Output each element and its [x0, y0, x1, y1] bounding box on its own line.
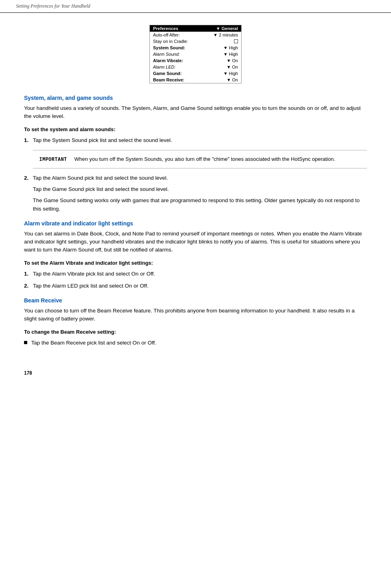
page-footer: 178 [0, 366, 391, 380]
step-1-1: 1. Tap the System Sound pick list and se… [24, 136, 367, 144]
step-1-2: 2. Tap the Alarm Sound pick list and sel… [24, 174, 367, 213]
section-body-3: You can choose to turn off the Beam Rece… [24, 307, 367, 323]
section-heading-3: Beam Receive [24, 297, 367, 304]
section-heading-2: Alarm vibrate and indicator light settin… [24, 220, 367, 227]
bullet-item-1: Tap the Beam Receive pick list and selec… [24, 339, 367, 347]
prefs-row-autooff: Auto-off After: ▼ 2 minutes [150, 32, 241, 38]
prefs-row-alarmsound: Alarm Sound: ▼ High [150, 51, 241, 57]
prefs-titlebar: Preferences ▼ General [150, 25, 241, 32]
prefs-row-systemsound: System Sound: ▼ High [150, 45, 241, 51]
prefs-screenshot: Preferences ▼ General Auto-off After: ▼ … [24, 25, 367, 83]
section-alarm-vibrate: Alarm vibrate and indicator light settin… [24, 220, 367, 290]
prefs-dialog: Preferences ▼ General Auto-off After: ▼ … [149, 25, 242, 83]
page-number: 178 [24, 370, 32, 376]
step-2-1: 1. Tap the Alarm Vibrate pick list and s… [24, 270, 367, 278]
section-body-1: Your handheld uses a variety of sounds. … [24, 104, 367, 121]
important-box: IMPORTANT When you turn off the System S… [33, 150, 367, 168]
bullet-square-icon [24, 341, 27, 344]
section-body-2: You can set alarms in Date Book, Clock, … [24, 230, 367, 254]
prefs-dropdown: ▼ General [216, 26, 238, 31]
page-header: Setting Preferences for Your Handheld [0, 0, 391, 13]
subsection-heading-2: To set the Alarm Vibrate and indicator l… [24, 260, 367, 266]
subsection-heading-3: To change the Beam Receive setting: [24, 329, 367, 335]
checkbox-stayoncradle [234, 39, 238, 43]
section-beam-receive: Beam Receive You can choose to turn off … [24, 297, 367, 347]
subsection-heading-1: To set the system and alarm sounds: [24, 126, 367, 132]
section-heading-1: System, alarm, and game sounds [24, 95, 367, 101]
section-system-sounds: System, alarm, and game sounds Your hand… [24, 95, 367, 213]
prefs-row-gamesound: Game Sound: ▼ High [150, 70, 241, 77]
step-2-2: 2. Tap the Alarm LED pick list and selec… [24, 282, 367, 290]
prefs-title: Preferences [153, 26, 178, 31]
prefs-row-alarmvibrate: Alarm Vibrate: ▼ On [150, 57, 241, 64]
prefs-row-beamreceive: Beam Receive: ▼ On [150, 77, 241, 83]
prefs-row-stayoncradle: Stay on in Cradle: [150, 38, 241, 45]
prefs-row-alarmled: Alarm LED: ▼ On [150, 64, 241, 70]
